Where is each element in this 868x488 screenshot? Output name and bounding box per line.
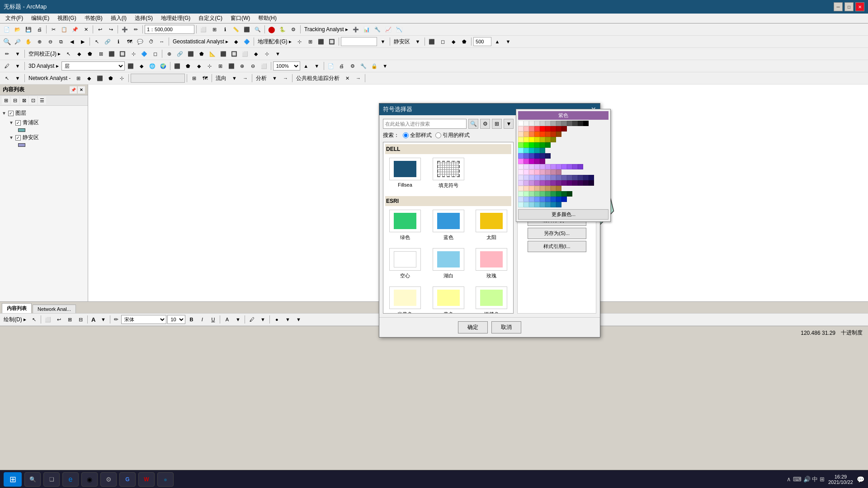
minimize-button[interactable]: ─ — [834, 2, 843, 11]
na-arrow-btn[interactable]: ↖ — [2, 73, 12, 83]
georef-down-btn[interactable]: ▼ — [378, 37, 388, 47]
list-view2-btn[interactable]: ⊟ — [11, 96, 19, 104]
start-button[interactable]: ⊞ — [4, 472, 22, 487]
menu-insert[interactable]: 插入(I) — [107, 14, 130, 23]
map-btn4[interactable]: ⬟ — [459, 37, 469, 47]
pen-btn[interactable]: 🖊 — [2, 61, 12, 71]
val-up-btn[interactable]: ▲ — [492, 37, 502, 47]
sa-btn17[interactable]: ◆ — [251, 49, 261, 59]
sa-btn3[interactable]: ⊞ — [96, 49, 106, 59]
hyperlink-btn[interactable]: 🔗 — [103, 37, 113, 47]
analysis-btn[interactable]: ▼ — [269, 73, 279, 83]
val-dn-btn[interactable]: ▼ — [503, 37, 513, 47]
open-btn[interactable]: 📂 — [13, 24, 23, 34]
menu-help[interactable]: 帮助(H) — [255, 14, 280, 23]
georef-btn2[interactable]: ⊞ — [305, 37, 315, 47]
sa-btn15[interactable]: 🔲 — [229, 49, 239, 59]
marker-dn[interactable]: ▼ — [283, 314, 292, 324]
sa-btn19[interactable]: ▼ — [273, 49, 283, 59]
taskbar-app-w[interactable]: W — [138, 472, 155, 487]
draw-btn[interactable]: ✏ — [2, 49, 12, 59]
identify-btn[interactable]: ℹ — [220, 24, 230, 34]
menu-edit[interactable]: 编辑(E) — [28, 14, 53, 23]
taskbar-app-chrome[interactable]: ◉ — [81, 472, 98, 487]
taskbar-app-g[interactable]: G — [119, 472, 136, 487]
select-features-btn[interactable]: ⬜ — [198, 24, 208, 34]
sa-btn13[interactable]: 📐 — [208, 49, 217, 59]
menu-select[interactable]: 选择(S) — [131, 14, 156, 23]
na-btn4[interactable]: ⬟ — [106, 73, 116, 83]
sa-btn9[interactable]: ⊕ — [164, 49, 174, 59]
swipe-btn[interactable]: ↔ — [157, 37, 167, 47]
editor-btn[interactable]: ✏ — [131, 24, 141, 34]
georef-btn3[interactable]: ⬛ — [316, 37, 326, 47]
geo-btn2[interactable]: 🔷 — [242, 37, 252, 47]
3d-b11[interactable]: 🔧 — [359, 61, 368, 71]
new-btn[interactable]: 📄 — [2, 24, 12, 34]
map-btn1[interactable]: ⬛ — [427, 37, 437, 47]
ta-btn3[interactable]: 🔧 — [373, 24, 382, 34]
threed-btn3[interactable]: 🌐 — [147, 61, 157, 71]
taskbar-app-settings[interactable]: ⚙ — [100, 472, 117, 487]
underline-btn[interactable]: U — [208, 314, 218, 324]
public-arrow-btn[interactable]: → — [353, 73, 363, 83]
na-table-btn[interactable]: ⊞ — [189, 73, 199, 83]
sa-btn2[interactable]: ⬟ — [85, 49, 95, 59]
map-area[interactable] — [88, 84, 868, 301]
sa-btn1[interactable]: ◆ — [74, 49, 84, 59]
3d-b12[interactable]: 🔒 — [369, 61, 379, 71]
more-draw-btn[interactable]: ▼ — [293, 314, 303, 324]
panel-close-btn[interactable]: ✕ — [78, 86, 85, 94]
menu-bookmarks[interactable]: 书签(B) — [81, 14, 106, 23]
3d-b7[interactable]: ⊕ — [237, 61, 247, 71]
zoom-box-btn[interactable]: ⬛ — [242, 24, 252, 34]
sa-btn18[interactable]: ⊹ — [262, 49, 272, 59]
font-size-select[interactable]: 10 — [167, 315, 185, 324]
menu-window[interactable]: 窗口(W) — [227, 14, 254, 23]
pen-down[interactable]: ▼ — [13, 61, 23, 71]
threed-dropdown[interactable]: 层 — [61, 61, 125, 70]
highlight-dn[interactable]: ▼ — [258, 314, 268, 324]
redo-btn[interactable]: ↪ — [106, 24, 116, 34]
3d-page1[interactable]: 📄 — [326, 61, 336, 71]
layers-header[interactable]: ▼ 图层 — [2, 108, 86, 118]
list-options-btn[interactable]: ☰ — [38, 96, 46, 104]
maximize-button[interactable]: □ — [844, 2, 854, 11]
taskbar-app-search[interactable]: 🔍 — [24, 472, 41, 487]
sa-btn10[interactable]: 🔗 — [175, 49, 185, 59]
font-color-dropdown[interactable]: ▼ — [98, 314, 108, 324]
tab-content-list[interactable]: 内容列表 — [2, 303, 32, 313]
list-view3-btn[interactable]: ⊠ — [20, 96, 28, 104]
na-btn2[interactable]: ◆ — [84, 73, 94, 83]
delete-btn[interactable]: ✕ — [81, 24, 91, 34]
fixed-zoom-out-btn[interactable]: ⊖ — [45, 37, 55, 47]
notification-icon[interactable]: 💬 — [857, 476, 864, 483]
add-data-btn[interactable]: ➕ — [120, 24, 130, 34]
threed-btn2[interactable]: ◆ — [137, 61, 146, 71]
zoom-percent[interactable]: 100% — [273, 61, 300, 70]
undo-btn[interactable]: ↩ — [95, 24, 105, 34]
modelbuilder-btn[interactable]: ⚙ — [288, 24, 298, 34]
georef-value[interactable] — [341, 37, 377, 46]
text-color-btn[interactable]: A — [222, 314, 232, 324]
na-route-input[interactable] — [131, 74, 185, 83]
jingan-header[interactable]: ▼ 静安区 — [9, 133, 86, 142]
select-arrow-btn[interactable]: ↖ — [92, 37, 102, 47]
value-500-input[interactable] — [473, 37, 491, 46]
go-back-btn[interactable]: ◀ — [67, 37, 77, 47]
bold-btn[interactable]: B — [186, 314, 196, 324]
draw-ungroup-btn[interactable]: ⊟ — [75, 314, 85, 324]
3d-b1[interactable]: ⬛ — [172, 61, 182, 71]
menu-file[interactable]: 文件(F) — [2, 14, 27, 23]
measure-btn[interactable]: 📏 — [231, 24, 241, 34]
pan-btn[interactable]: ✋ — [24, 37, 33, 47]
full-extent-btn[interactable]: ⧉ — [56, 37, 66, 47]
3d-b8[interactable]: ⊖ — [248, 61, 258, 71]
list-view4-btn[interactable]: ⊡ — [29, 96, 37, 104]
zoom-dn-btn[interactable]: ▼ — [312, 61, 322, 71]
draw-rect-btn[interactable]: ⬜ — [43, 314, 53, 324]
3d-b10[interactable]: ⚙ — [348, 61, 358, 71]
taskbar-app-arcmap[interactable]: ● — [157, 472, 174, 487]
na-btn3[interactable]: ⬛ — [95, 73, 105, 83]
draw-undo-btn[interactable]: ↩ — [54, 314, 64, 324]
